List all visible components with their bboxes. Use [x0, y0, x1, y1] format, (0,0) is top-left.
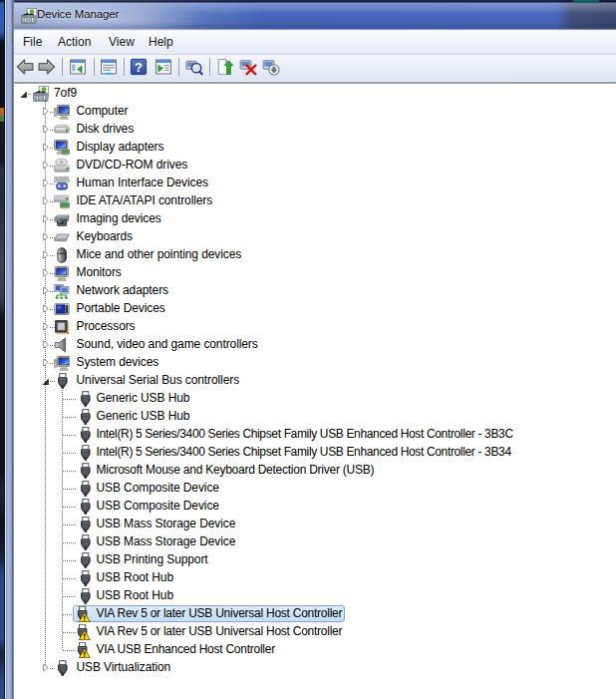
svg-text:?: ? — [135, 60, 143, 75]
